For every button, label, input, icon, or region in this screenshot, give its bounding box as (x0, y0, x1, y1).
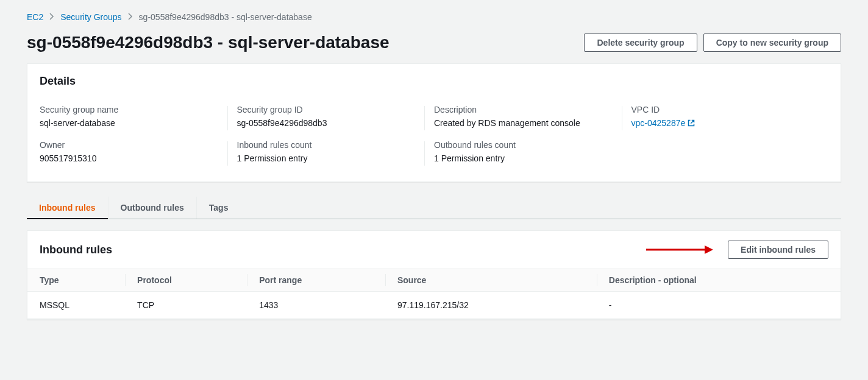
sg-id-label: Security group ID (237, 105, 422, 114)
col-source[interactable]: Source (385, 269, 597, 292)
owner-value: 905517915310 (40, 153, 225, 163)
col-type[interactable]: Type (27, 269, 125, 292)
vpc-id-label: VPC ID (631, 105, 817, 114)
page-title: sg-0558f9e4296d98db3 - sql-server-databa… (27, 33, 390, 52)
description-label: Description (434, 105, 619, 114)
details-panel-title: Details (27, 64, 841, 99)
svg-marker-1 (705, 245, 713, 254)
inbound-rules-panel: Inbound rules Edit inbound rules Type Pr… (27, 230, 841, 320)
tab-outbound-rules[interactable]: Outbound rules (108, 197, 197, 219)
cell-type: MSSQL (27, 292, 125, 319)
outbound-count-label: Outbound rules count (434, 140, 619, 150)
outbound-count-value: 1 Permission entry (434, 153, 619, 163)
col-protocol[interactable]: Protocol (125, 269, 247, 292)
breadcrumb-current: sg-0558f9e4296d98db3 - sql-server-databa… (139, 12, 312, 22)
description-value: Created by RDS management console (434, 118, 619, 128)
breadcrumb-ec2[interactable]: EC2 (27, 12, 43, 22)
breadcrumb-security-groups[interactable]: Security Groups (60, 12, 121, 22)
table-row: MSSQL TCP 1433 97.119.167.215/32 - (27, 292, 841, 319)
sg-name-label: Security group name (40, 105, 225, 114)
col-description[interactable]: Description - optional (597, 269, 841, 292)
arrow-annotation (646, 244, 713, 255)
inbound-count-label: Inbound rules count (237, 140, 422, 150)
header-actions: Delete security group Copy to new securi… (584, 33, 841, 52)
chevron-right-icon (49, 12, 54, 22)
cell-port: 1433 (247, 292, 385, 319)
edit-inbound-rules-button[interactable]: Edit inbound rules (728, 241, 828, 259)
inbound-rules-title: Inbound rules (40, 244, 112, 256)
details-panel: Details Security group name sql-server-d… (27, 63, 841, 182)
copy-security-group-button[interactable]: Copy to new security group (703, 33, 841, 52)
tab-tags[interactable]: Tags (197, 197, 241, 219)
cell-description: - (597, 292, 841, 319)
tabs: Inbound rules Outbound rules Tags (27, 197, 841, 219)
col-port[interactable]: Port range (247, 269, 385, 292)
vpc-id-link[interactable]: vpc-0425287e (631, 118, 695, 128)
sg-id-value: sg-0558f9e4296d98db3 (237, 118, 422, 128)
external-link-icon (688, 119, 695, 127)
owner-label: Owner (40, 140, 225, 150)
inbound-rules-table: Type Protocol Port range Source Descript… (27, 269, 841, 319)
breadcrumb: EC2 Security Groups sg-0558f9e4296d98db3… (27, 12, 841, 22)
inbound-count-value: 1 Permission entry (237, 153, 422, 163)
tab-inbound-rules[interactable]: Inbound rules (27, 197, 108, 219)
cell-source: 97.119.167.215/32 (385, 292, 597, 319)
chevron-right-icon (128, 12, 133, 22)
cell-protocol: TCP (125, 292, 247, 319)
delete-security-group-button[interactable]: Delete security group (584, 33, 697, 52)
sg-name-value: sql-server-database (40, 118, 225, 128)
